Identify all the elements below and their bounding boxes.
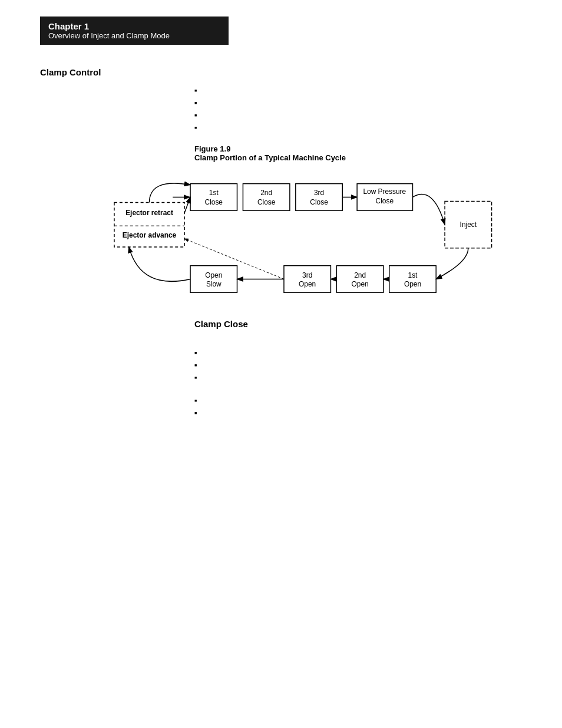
svg-text:Close: Close [310,198,328,206]
clamp-close-bullets-group2 [194,396,562,417]
svg-text:Close: Close [257,198,276,206]
bullet-3 [194,110,562,119]
svg-text:2nd: 2nd [354,271,366,279]
bullet-2 [194,98,562,107]
svg-text:Close: Close [205,198,223,206]
svg-text:Low Pressure: Low Pressure [363,188,406,196]
svg-text:1st: 1st [209,189,219,197]
clamp-bullet-4 [194,396,562,404]
clamp-bullet-2 [194,360,562,369]
clamp-close-bullets-group1 [194,348,562,381]
svg-text:Close: Close [376,197,394,205]
svg-text:Ejector advance: Ejector advance [123,231,177,239]
bullet-4 [194,123,562,131]
svg-text:Open: Open [404,280,421,288]
clamp-close-title: Clamp Close [194,319,562,329]
clamp-control-title: Clamp Control [40,67,562,77]
clamp-bullet-5 [194,408,562,417]
clamp-bullet-1 [194,348,562,357]
svg-text:Slow: Slow [206,280,222,288]
figure-title: Clamp Portion of a Typical Machine Cycle [194,153,346,162]
figure-number: Figure 1.9 [194,144,230,153]
svg-text:Open: Open [205,271,222,279]
figure-caption: Figure 1.9 Clamp Portion of a Typical Ma… [194,144,562,162]
clamp-bullet-3 [194,373,562,381]
chapter-subtitle: Overview of Inject and Clamp Mode [48,31,220,40]
svg-text:Ejector retract: Ejector retract [125,209,173,217]
machine-cycle-diagram: 1st Close 2nd Close 3rd Close Low Pressu… [24,167,538,308]
clamp-control-bullets [194,85,562,131]
svg-text:1st: 1st [408,271,418,279]
diagram-area: 1st Close 2nd Close 3rd Close Low Pressu… [24,167,538,308]
svg-text:Open: Open [352,280,369,288]
bullet-1 [194,85,562,94]
svg-text:Inject: Inject [460,220,477,229]
svg-text:3rd: 3rd [302,271,312,279]
svg-text:3rd: 3rd [314,189,324,197]
svg-text:Open: Open [299,280,316,288]
chapter-label: Chapter 1 [48,21,220,31]
svg-line-19 [184,197,190,213]
chapter-header: Chapter 1 Overview of Inject and Clamp M… [40,17,229,45]
svg-text:2nd: 2nd [260,189,272,197]
